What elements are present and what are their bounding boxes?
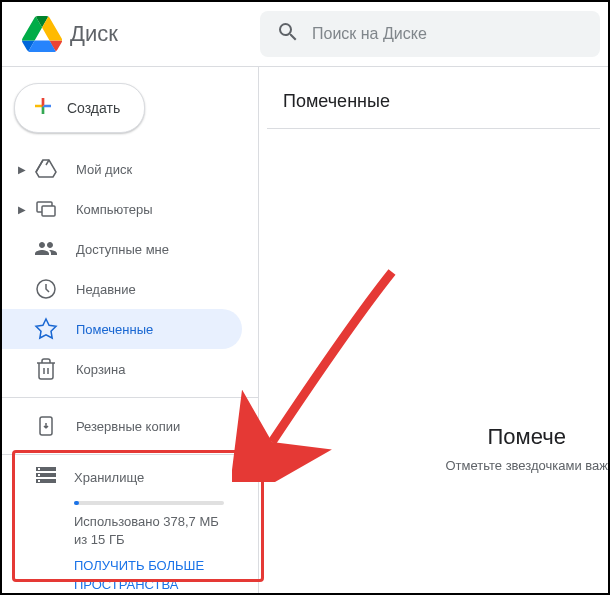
trash-icon — [34, 357, 58, 381]
header: Диск — [2, 2, 608, 66]
sidebar-item-computers[interactable]: ▶ Компьютеры — [2, 189, 242, 229]
sidebar-item-recent[interactable]: Недавние — [2, 269, 242, 309]
star-icon — [34, 317, 58, 341]
recent-icon — [34, 277, 58, 301]
nav-label: Недавние — [76, 282, 136, 297]
search-container[interactable] — [260, 11, 600, 57]
drive-logo-icon — [22, 14, 62, 54]
empty-title: Помече — [445, 424, 608, 450]
nav-label: Мой диск — [76, 162, 132, 177]
mydrive-icon — [34, 157, 58, 181]
main-content: Помеченные Помече Отметьте звездочками в… — [258, 67, 608, 593]
sidebar: Создать ▶ Мой диск ▶ Компьютеры Доступны… — [2, 67, 258, 593]
storage-upgrade-link[interactable]: ПОЛУЧИТЬ БОЛЬШЕ ПРОСТРАНСТВА — [74, 557, 234, 593]
nav-label: Помеченные — [76, 322, 153, 337]
empty-state: Помече Отметьте звездочками важ — [445, 424, 608, 473]
main-divider — [267, 128, 600, 129]
sidebar-item-mydrive[interactable]: ▶ Мой диск — [2, 149, 242, 189]
chevron-right-icon[interactable]: ▶ — [18, 204, 30, 215]
nav-label: Компьютеры — [76, 202, 153, 217]
storage-icon — [34, 463, 58, 491]
storage-section: Хранилище Использовано 378,7 МБ из 15 ГБ… — [2, 463, 258, 594]
nav-label: Доступные мне — [76, 242, 169, 257]
sidebar-item-starred[interactable]: Помеченные — [2, 309, 242, 349]
storage-header[interactable]: Хранилище — [18, 463, 234, 491]
storage-used-text: Использовано 378,7 МБ из 15 ГБ — [74, 513, 234, 549]
sidebar-item-shared[interactable]: Доступные мне — [2, 229, 242, 269]
page-title: Помеченные — [267, 83, 600, 128]
storage-fill — [74, 501, 79, 505]
logo-section[interactable]: Диск — [10, 14, 260, 54]
nav-label: Корзина — [76, 362, 126, 377]
storage-bar — [74, 501, 224, 505]
computers-icon — [34, 197, 58, 221]
search-input[interactable] — [312, 25, 584, 43]
create-button[interactable]: Создать — [14, 83, 145, 133]
backups-icon — [34, 414, 58, 438]
shared-icon — [34, 237, 58, 261]
sidebar-item-trash[interactable]: Корзина — [2, 349, 242, 389]
plus-icon — [31, 94, 55, 122]
storage-title: Хранилище — [74, 470, 144, 485]
nav-label: Резервные копии — [76, 419, 180, 434]
empty-subtitle: Отметьте звездочками важ — [445, 458, 608, 473]
sidebar-item-backups[interactable]: Резервные копии — [2, 406, 242, 446]
search-icon — [276, 20, 300, 48]
app-name: Диск — [70, 21, 118, 47]
content: Создать ▶ Мой диск ▶ Компьютеры Доступны… — [2, 67, 608, 593]
chevron-right-icon[interactable]: ▶ — [18, 164, 30, 175]
svg-rect-1 — [42, 206, 55, 216]
sidebar-divider — [2, 454, 258, 455]
sidebar-divider — [2, 397, 258, 398]
create-label: Создать — [67, 100, 120, 116]
